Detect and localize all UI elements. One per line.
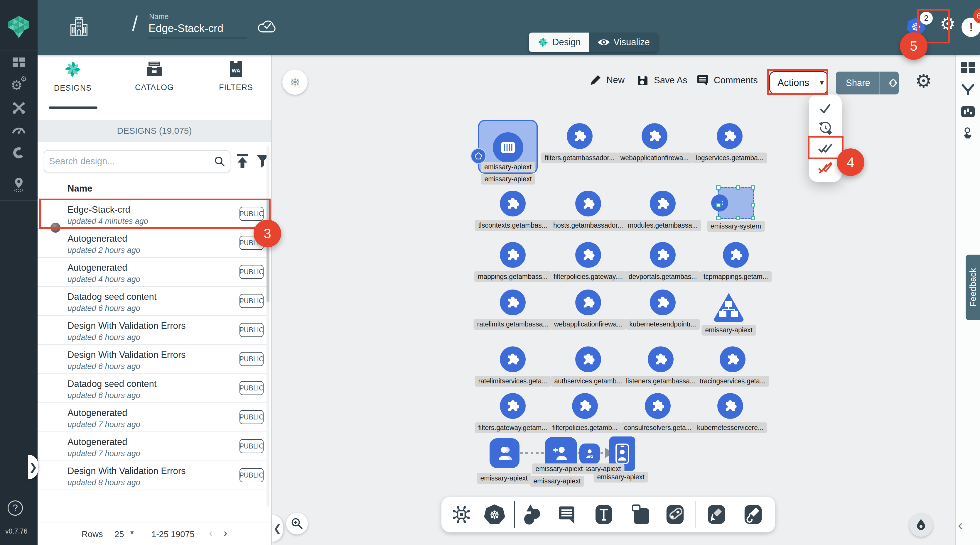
sidebar-item-performance[interactable] xyxy=(0,124,38,134)
design-list-row[interactable]: Autogeneratedupdated 7 hours agoPUBLIC xyxy=(38,432,269,461)
users-node[interactable] xyxy=(490,438,520,468)
selection-handle[interactable] xyxy=(751,185,755,190)
selection-handle[interactable] xyxy=(716,203,721,207)
selection-handle[interactable] xyxy=(751,216,755,220)
design-name-input[interactable] xyxy=(148,22,247,38)
component-node[interactable] xyxy=(500,191,526,216)
sticky-note-tool-icon[interactable] xyxy=(632,504,650,525)
design-list-row[interactable]: Autogeneratedupdated 2 hours agoPUBLIC xyxy=(38,229,269,258)
selection-handle[interactable] xyxy=(716,216,721,220)
help-button[interactable]: ? xyxy=(8,501,23,516)
component-node[interactable] xyxy=(650,242,676,268)
design-list-row[interactable]: Design With Validation Errorsupdated 6 h… xyxy=(38,345,269,374)
design-list-row[interactable]: Design With Validation Errorsupdated 6 h… xyxy=(38,316,269,345)
sidebar-item-lifecycle[interactable]: ⚙⚙ xyxy=(0,79,38,92)
user-edit-node[interactable] xyxy=(579,443,600,464)
share-button[interactable]: Share xyxy=(836,72,899,94)
component-node[interactable] xyxy=(718,393,743,419)
import-design-icon[interactable] xyxy=(235,153,250,168)
next-page-button[interactable]: › xyxy=(224,527,227,539)
selection-handle[interactable] xyxy=(751,203,755,207)
design-list-row[interactable]: Autogeneratedupdated 7 hours agoPUBLIC xyxy=(38,403,269,432)
menu-item-undeploy[interactable] xyxy=(816,160,835,176)
sidebar-item-configuration[interactable] xyxy=(0,102,38,114)
sidebar-item-kanvas[interactable] xyxy=(0,177,38,192)
search-input[interactable] xyxy=(49,156,214,167)
copy-link-icon[interactable] xyxy=(887,77,899,89)
selected-component-node[interactable]: emissary-apiext xyxy=(478,120,538,174)
panel-tab-catalog[interactable]: CATALOG xyxy=(122,60,187,92)
design-name: Autogenerated xyxy=(67,262,127,273)
design-list-row[interactable]: Datadog seed contentupdated 6 hours agoP… xyxy=(38,374,269,403)
menu-item-validate[interactable] xyxy=(816,100,835,117)
deployment-triangle-node[interactable] xyxy=(712,291,745,323)
component-node[interactable] xyxy=(500,346,526,372)
relationship-link-tool-icon[interactable] xyxy=(666,504,684,525)
comments-button[interactable]: Comments xyxy=(696,74,758,87)
design-list-row[interactable]: Datadog seed contentupdated 6 hours agoP… xyxy=(38,287,269,316)
canvas-settings-gear-icon[interactable]: ⚙ xyxy=(915,72,932,91)
panel-tab-filters[interactable]: WA FILTERS xyxy=(204,60,268,92)
annotation-comment-icon[interactable] xyxy=(557,505,577,524)
kubernetes-tool-icon[interactable]: ☸ xyxy=(484,504,506,525)
component-node[interactable] xyxy=(572,393,598,419)
save-as-button[interactable]: Save As xyxy=(636,74,687,87)
menu-item-dry-run[interactable] xyxy=(816,120,835,137)
designs-panel: DESIGNS CATALOG WA FILTERS DESIGNS (19,0… xyxy=(38,55,272,545)
component-node[interactable] xyxy=(650,191,676,216)
component-node[interactable] xyxy=(650,289,676,315)
dock-validate-icon[interactable] xyxy=(961,83,975,95)
new-button[interactable]: New xyxy=(589,74,625,86)
ink-pen-button[interactable] xyxy=(909,513,933,537)
component-node[interactable] xyxy=(645,393,671,419)
rows-per-page-select[interactable]: 25 xyxy=(115,529,124,539)
component-node[interactable] xyxy=(500,289,526,315)
component-node[interactable] xyxy=(575,191,601,216)
canvas-freeze-button[interactable]: ❄ xyxy=(282,70,308,95)
meshery-logo[interactable] xyxy=(6,15,32,39)
selected-namespace-node[interactable] xyxy=(718,187,754,219)
component-node[interactable] xyxy=(500,393,526,419)
component-node[interactable] xyxy=(720,346,746,372)
draw-arrow-tool-icon[interactable] xyxy=(707,504,726,525)
component-node[interactable] xyxy=(567,123,593,149)
freehand-draw-tool-icon[interactable] xyxy=(744,504,762,525)
component-node[interactable] xyxy=(575,346,601,372)
selection-handle[interactable] xyxy=(716,185,721,190)
edge-connector xyxy=(520,452,545,454)
organization-icon[interactable] xyxy=(69,15,89,37)
panel-collapse-chevron[interactable]: ❮ xyxy=(272,515,283,542)
tab-visualize[interactable]: Visualize xyxy=(589,33,658,52)
design-updated-time: updated 6 hours ago xyxy=(67,333,140,342)
component-shapes-icon[interactable] xyxy=(451,504,472,525)
dock-gesture-icon[interactable] xyxy=(961,127,974,140)
tab-design[interactable]: Design xyxy=(529,33,589,52)
component-node[interactable] xyxy=(648,346,674,372)
selection-handle[interactable] xyxy=(736,185,740,190)
sidebar-item-extensions[interactable] xyxy=(0,146,38,160)
component-node[interactable] xyxy=(723,242,749,268)
design-list-row[interactable]: Design With Validation Errorsupdated 8 h… xyxy=(38,461,269,490)
component-node[interactable] xyxy=(575,242,601,268)
rows-select-caret-icon[interactable]: ▼ xyxy=(129,529,135,536)
prev-page-button[interactable]: ‹ xyxy=(209,527,213,539)
selection-handle[interactable] xyxy=(736,216,740,220)
component-node[interactable] xyxy=(575,289,601,315)
zoom-button[interactable] xyxy=(286,513,308,534)
canvas-collapse-chevron[interactable]: ‹ xyxy=(958,517,963,533)
dock-dashboard-icon[interactable] xyxy=(961,62,975,74)
history-gear-icon xyxy=(818,121,832,135)
design-list-row[interactable]: Autogeneratedupdated 4 hours agoPUBLIC xyxy=(38,258,269,287)
shapes-tool-icon[interactable] xyxy=(522,504,543,525)
component-node[interactable] xyxy=(641,123,667,149)
panel-tab-designs[interactable]: DESIGNS xyxy=(40,60,105,93)
dock-details-icon[interactable] xyxy=(961,106,975,118)
text-tool-icon[interactable] xyxy=(594,504,613,525)
sidebar-item-dashboard[interactable] xyxy=(0,57,38,68)
component-node[interactable] xyxy=(500,242,526,268)
search-icon[interactable] xyxy=(214,156,225,167)
component-node[interactable] xyxy=(717,123,743,149)
meshery-design-icon xyxy=(537,37,549,48)
feedback-tab[interactable]: Feedback xyxy=(966,254,980,320)
design-updated-time: updated 6 hours ago xyxy=(67,304,140,313)
